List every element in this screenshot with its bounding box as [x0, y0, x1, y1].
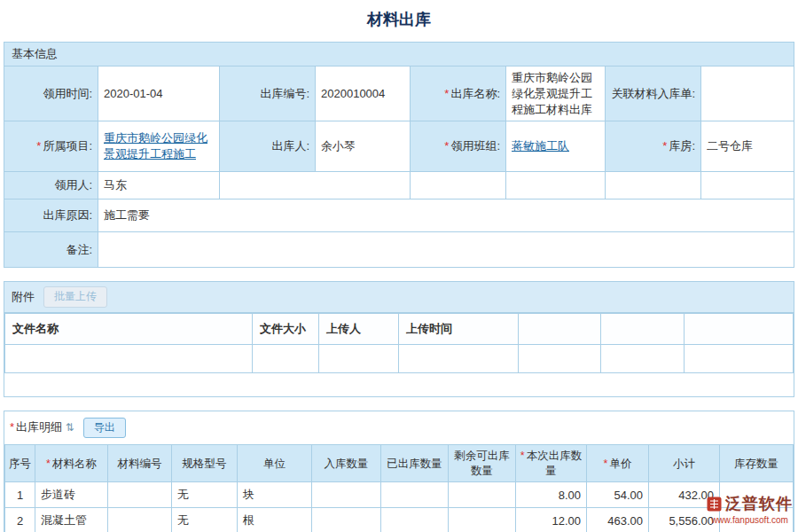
cell-spec-model: 无: [172, 508, 238, 532]
outbound-no-value: 2020010004: [316, 66, 411, 121]
attachments-table: 文件名称 文件大小 上传人 上传时间: [4, 313, 794, 373]
basic-row-3-empty-cell: [220, 172, 411, 200]
related-inbound-order-label: 关联材料入库单:: [606, 66, 701, 121]
details-header-inbound-qty: 入库数量: [312, 445, 381, 482]
cell-unit-price: 54.00: [587, 482, 649, 508]
details-header-unit-price: *单价: [587, 445, 649, 482]
attachments-section-title: 附件: [12, 289, 35, 305]
requisitioner-value: 马东: [98, 172, 220, 200]
batch-upload-button[interactable]: 批量上传: [43, 286, 107, 308]
warehouse-value: 二号仓库: [701, 121, 794, 172]
cell-seq: 2: [5, 508, 35, 532]
cell-material-name: 步道砖: [35, 482, 108, 508]
warehouse-label: *库房:: [606, 121, 701, 172]
attachments-empty-cell: [601, 344, 685, 372]
requisitioner-label: 领用人:: [4, 172, 98, 200]
cell-material-code: [108, 482, 172, 508]
required-mark: *: [46, 458, 51, 470]
outbound-name-label-text: 出库名称:: [450, 87, 500, 100]
required-mark: *: [444, 139, 449, 153]
remarks-label: 备注:: [4, 232, 98, 268]
basic-row-3-empty-cell: [701, 172, 794, 200]
requisition-team-label-text: 领用班组:: [450, 139, 500, 153]
cell-spec-model: 无: [172, 482, 238, 508]
project-label-text: 所属项目:: [43, 139, 92, 153]
requisition-team-link[interactable]: 蒋敏施工队: [512, 139, 569, 153]
cell-unit: 根: [238, 508, 312, 532]
details-header-stock-qty: 库存数量: [720, 445, 794, 482]
material-outbound-page: 材料出库 基本信息 领用时间: 2020-01-04 出库编号: 2020010…: [0, 0, 798, 532]
required-mark: *: [520, 450, 525, 462]
attachments-empty-cell: [5, 344, 253, 372]
attachments-header-upload-time: 上传时间: [399, 313, 519, 344]
outbound-name-value: 重庆市鹅岭公园绿化景观提升工程施工材料出库: [506, 66, 606, 121]
basic-row-3-empty-cell: [606, 172, 701, 200]
details-header-subtotal: 小计: [649, 445, 720, 482]
basic-info-table: 领用时间: 2020-01-04 出库编号: 2020010004 *出库名称:…: [4, 66, 794, 268]
page-title: 材料出库: [0, 0, 798, 42]
basic-info-section-header: 基本信息: [4, 42, 794, 66]
cell-outbound-qty: [381, 508, 449, 532]
attachments-empty-cell: [519, 344, 601, 372]
basic-row-2: *所属项目: 重庆市鹅岭公园绿化景观提升工程施工 出库人: 余小琴 *领用班组:…: [4, 121, 794, 172]
cell-outbound-qty: [381, 482, 449, 508]
outbound-details-toolbar: *出库明细 ⇅ 导出: [4, 411, 794, 445]
details-header-seq: 序号: [5, 445, 35, 482]
export-button[interactable]: 导出: [83, 418, 126, 439]
cell-remaining-qty: [449, 482, 516, 508]
requisition-team-value: 蒋敏施工队: [506, 121, 606, 172]
basic-row-5: 备注:: [4, 232, 794, 268]
outbound-reason-label-text: 出库原因:: [43, 208, 92, 222]
attachments-header-filename: 文件名称: [5, 313, 253, 344]
requisition-date-value: 2020-01-04: [98, 66, 220, 121]
details-header-unit: 单位: [238, 445, 312, 482]
details-row: 1 步道砖 无 块 8.00 54.00 432.00: [5, 482, 794, 508]
details-header-remaining-qty: 剩余可出库数量: [449, 445, 516, 482]
cell-material-name: 混凝土管: [35, 508, 108, 532]
attachments-header-filesize: 文件大小: [253, 313, 319, 344]
warehouse-label-text: 库房:: [669, 139, 695, 153]
vendor-watermark: 泛普软件 www.fanpusoft.com: [707, 493, 793, 525]
attachments-empty-cell: [253, 344, 319, 372]
attachments-header-empty: [519, 313, 601, 344]
outbound-details-title-text: 出库明细: [16, 420, 62, 434]
details-header-spec-model: 规格型号: [172, 445, 238, 482]
required-mark: *: [10, 420, 14, 434]
cell-current-outbound-qty: 8.00: [516, 482, 587, 508]
cell-inbound-qty: [312, 508, 381, 532]
outbound-details-table: 序号 *材料名称 材料编号 规格型号 单位 入库数量 已出库数量 剩余可出库数量…: [4, 444, 794, 532]
related-inbound-order-value: [701, 66, 794, 121]
issuer-label-text: 出库人:: [271, 139, 309, 153]
attachments-header-empty: [601, 313, 685, 344]
required-mark: *: [36, 139, 41, 153]
basic-info-section: 基本信息 领用时间: 2020-01-04 出库编号: 2020010004 *…: [4, 42, 794, 268]
remarks-value: [98, 232, 794, 268]
attachments-blank-area: [4, 373, 794, 396]
outbound-reason-label: 出库原因:: [4, 200, 98, 232]
issuer-label: 出库人:: [220, 121, 316, 172]
details-header-current-outbound-qty: *本次出库数量: [516, 445, 587, 482]
details-header-unit-price-text: 单价: [609, 458, 631, 470]
details-header-material-code: 材料编号: [108, 445, 172, 482]
attachments-empty-cell: [399, 344, 519, 372]
cell-material-code: [108, 508, 172, 532]
issuer-value: 余小琴: [316, 121, 411, 172]
sort-icon[interactable]: ⇅: [66, 421, 74, 434]
details-header-material-name-text: 材料名称: [52, 458, 97, 470]
cell-current-outbound-qty: 12.00: [516, 508, 587, 532]
project-value: 重庆市鹅岭公园绿化景观提升工程施工: [98, 121, 220, 172]
cell-remaining-qty: [449, 508, 516, 532]
required-mark: *: [662, 139, 667, 153]
details-row: 2 混凝土管 无 根 12.00 463.00 5,556.00: [5, 508, 794, 532]
project-link[interactable]: 重庆市鹅岭公园绿化景观提升工程施工: [104, 131, 207, 160]
basic-row-3-empty-cell: [506, 172, 606, 200]
basic-row-4: 出库原因: 施工需要: [4, 200, 794, 232]
requisition-team-label: *领用班组:: [411, 121, 506, 172]
cell-inbound-qty: [312, 482, 381, 508]
vendor-brand-text: 泛普软件: [725, 493, 793, 514]
outbound-details-section: *出库明细 ⇅ 导出 序号 *材料名称 材料编号 规格型号 单位 入库数量 已出…: [4, 411, 794, 532]
attachments-header-row: 文件名称 文件大小 上传人 上传时间: [5, 313, 794, 344]
attachments-empty-row: [5, 344, 794, 372]
basic-row-3-empty-cell: [411, 172, 506, 200]
attachments-empty-cell: [685, 344, 794, 372]
